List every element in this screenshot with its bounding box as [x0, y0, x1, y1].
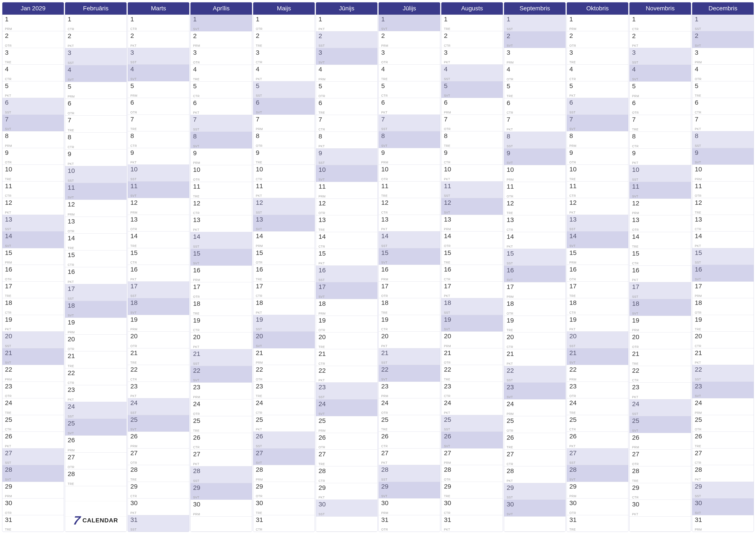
day-cell: 23CTR [441, 382, 503, 398]
day-number: 3 [68, 50, 124, 56]
day-cell: 5PRM [65, 82, 126, 99]
day-weekday: OTR [381, 177, 438, 181]
day-number: 24 [130, 400, 187, 406]
day-weekday: SST [68, 415, 124, 418]
day-number: 14 [632, 233, 689, 240]
day-cell: 20SST [2, 332, 64, 348]
day-weekday: CTR [695, 461, 751, 465]
day-number: 29 [193, 484, 250, 491]
day-weekday: CTR [695, 227, 751, 231]
day-weekday: PKT [381, 111, 438, 114]
day-weekday: SST [68, 297, 124, 300]
day-cell: 19PKT [2, 315, 64, 332]
day-number: 16 [5, 266, 62, 273]
day-weekday: SVT [318, 61, 375, 64]
day-weekday: TRE [444, 378, 500, 381]
day-number: 5 [68, 83, 124, 90]
day-cell: 15TRE [441, 248, 503, 265]
day-weekday: PRM [5, 495, 62, 498]
day-number: 24 [68, 403, 124, 410]
day-cell: 4TRE [191, 65, 252, 82]
day-weekday: SST [318, 161, 375, 165]
day-number: 20 [695, 333, 751, 339]
empty-cell [630, 517, 691, 532]
day-number: 4 [695, 66, 751, 72]
day-weekday: SVT [444, 94, 500, 97]
day-number: 26 [193, 434, 250, 441]
day-number: 4 [256, 66, 312, 72]
day-cell: 25SST [441, 415, 503, 432]
day-number: 25 [130, 417, 187, 423]
day-number: 12 [5, 199, 62, 206]
day-cell: 20SVT [253, 332, 315, 348]
day-cell: 17PKT [441, 282, 503, 298]
day-cell: 29OTR [253, 482, 315, 498]
day-cell: 7PRM [253, 115, 315, 131]
day-weekday: PKT [5, 94, 62, 97]
day-number: 18 [569, 299, 626, 306]
month-days: 1CTR2PKT3SST4SVT5PRM6OTR7TRE8CTR9PKT10SS… [630, 15, 691, 532]
day-weekday: SST [381, 478, 438, 481]
day-number: 11 [569, 183, 626, 189]
day-number: 13 [444, 216, 500, 223]
day-cell: 9TRE [253, 148, 315, 165]
day-cell: 21TRE [128, 348, 189, 365]
month-column: Jūlijs1SVT2PRM3OTR4TRE5CTR6PKT7SST8SVT9P… [378, 2, 440, 532]
day-number: 2 [569, 33, 626, 39]
day-number: 2 [193, 33, 250, 39]
day-weekday: OTR [569, 278, 626, 281]
day-weekday: SST [444, 194, 500, 197]
day-weekday: SST [130, 528, 187, 531]
day-cell: 18TRE [379, 298, 440, 315]
day-cell: 31CTR [253, 515, 315, 532]
day-cell: 23SVT [504, 383, 565, 399]
day-weekday: PKT [68, 280, 124, 284]
day-number: 22 [381, 366, 438, 373]
day-cell: 20OTR [128, 332, 189, 348]
day-weekday: SST [318, 44, 375, 47]
day-number: 19 [569, 316, 626, 323]
day-number: 30 [130, 500, 187, 506]
day-weekday: SST [507, 378, 563, 382]
day-cell: 23SST [316, 383, 377, 399]
day-weekday: PKT [695, 478, 751, 481]
day-weekday: TRE [381, 428, 438, 431]
day-cell: 3SST [128, 48, 189, 64]
day-cell: 24SST [65, 402, 126, 419]
day-weekday: SVT [695, 394, 751, 398]
day-weekday: PKT [5, 211, 62, 214]
day-weekday: OTR [256, 378, 312, 381]
day-weekday: CTR [507, 111, 563, 114]
day-cell: 31PRM [692, 515, 754, 532]
day-cell: 15CTR [630, 249, 691, 266]
day-cell: 12PKT [567, 198, 628, 215]
day-number: 30 [193, 501, 250, 508]
day-weekday: SVT [256, 344, 312, 348]
day-number: 21 [507, 350, 563, 357]
day-number: 7 [193, 116, 250, 123]
day-cell: 7SST [191, 115, 252, 132]
day-number: 27 [695, 450, 751, 456]
day-number: 4 [569, 66, 626, 72]
day-weekday: CTR [5, 428, 62, 431]
day-weekday: OTR [193, 412, 250, 416]
brand-logo: 7CALENDAR [65, 514, 126, 526]
day-cell: 1CTR [65, 15, 126, 32]
day-cell: 15PRM [2, 248, 64, 265]
day-weekday: TRE [569, 528, 626, 531]
day-weekday: TRE [256, 394, 312, 398]
day-number: 24 [256, 400, 312, 406]
day-cell: 11SVT [65, 183, 126, 200]
day-cell: 30CTR [441, 498, 503, 515]
day-cell: 13TRE [316, 215, 377, 232]
day-cell: 17TRE [2, 282, 64, 298]
day-cell: 3TRE [567, 48, 628, 64]
day-cell: 26PRM [65, 436, 126, 452]
day-weekday: PRM [193, 278, 250, 282]
day-cell: 7PKT [504, 115, 565, 132]
day-weekday: TRE [695, 94, 751, 97]
day-weekday: SVT [68, 196, 124, 199]
day-number: 18 [381, 299, 438, 306]
day-cell: 8CTR [630, 132, 691, 149]
day-cell: 5TRE [692, 81, 754, 98]
